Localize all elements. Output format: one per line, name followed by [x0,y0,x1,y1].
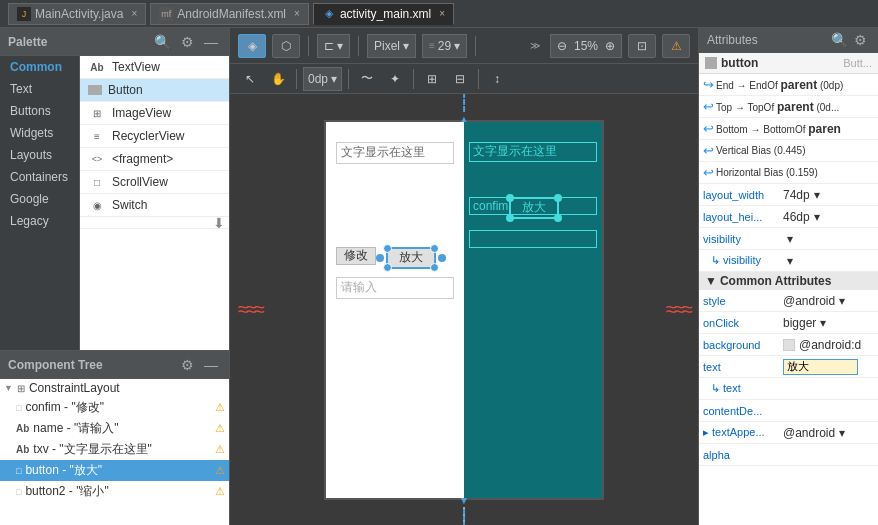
orientation-arrow: ▾ [337,39,343,53]
palette-item-scrollview-label: ScrollView [112,175,168,189]
palette-minimize-icon[interactable]: — [201,34,221,50]
category-legacy[interactable]: Legacy [0,210,79,232]
resize-handle[interactable]: ⋮ [455,503,473,525]
category-widgets[interactable]: Widgets [0,122,79,144]
tree-button[interactable]: □ button - "放大" ⚠ [0,460,229,481]
enlarge-button-widget[interactable]: 放大 [386,247,436,269]
tree-expand-icon: ▼ [4,383,13,393]
design-canvas[interactable]: ≈≈≈ ▲ ▼ 文字 [230,94,698,525]
textview-widget[interactable]: 文字显示在这里 [336,142,454,164]
attr-style-value[interactable]: @android ▾ [783,294,874,308]
confim-button-widget[interactable]: 修改 [336,247,376,265]
tree-confim[interactable]: □ confim - "修改" ⚠ [0,397,229,418]
input-widget[interactable]: 请输入 [336,277,454,299]
attr-search-icon[interactable]: 🔍 [828,32,851,48]
attr-settings-icon[interactable]: ⚙ [851,32,870,48]
tree-constraint-layout[interactable]: ▼ ⊞ ConstraintLayout [0,379,229,397]
tree-txv[interactable]: Ab txv - "文字显示在这里" ⚠ [0,439,229,460]
tree-name-label: name - "请输入" [33,420,118,437]
tab-main-activity-close[interactable]: × [131,8,137,19]
category-containers[interactable]: Containers [0,166,79,188]
tree-constraint-layout-label: ConstraintLayout [29,381,120,395]
attr-onclick-value: bigger ▾ [783,316,874,330]
zoom-out-icon[interactable]: ⊖ [557,39,567,53]
attr-component-icon [705,57,717,69]
design-icon: ◈ [248,39,257,53]
tab-activity-close[interactable]: × [439,8,445,19]
attr-horiz-bias: ↩ Horizontal Bias (0.159) [699,162,878,184]
category-text[interactable]: Text [0,78,79,100]
attr-visibility2-icon: ↳ visibility [703,254,783,267]
tree-button2[interactable]: □ button2 - "缩小" ⚠ [0,481,229,502]
zoom-in-icon[interactable]: ⊕ [605,39,615,53]
palette-download-icon[interactable]: ⬇ [213,215,225,231]
palette-item-button[interactable]: Button [80,79,229,102]
palette-settings-icon[interactable]: ⚙ [178,34,197,50]
tab-activity-main[interactable]: ◈ activity_main.xml × [313,3,454,25]
tab-manifest-close[interactable]: × [294,8,300,19]
expand-btn[interactable]: ↕ [485,68,509,90]
hand-btn[interactable]: ✋ [266,68,290,90]
sep3 [475,36,476,56]
design-mode-btn[interactable]: ◈ [238,34,266,58]
attr-alpha-name: alpha [703,449,783,461]
api-label: 29 [438,39,451,53]
comp-tree-settings-icon[interactable]: ⚙ [178,357,197,373]
attr-visibility-dropdown[interactable]: ▾ [787,232,793,246]
dp-input[interactable]: 0dp ▾ [303,67,342,91]
orientation-btn[interactable]: ⊏ ▾ [317,34,350,58]
attr-onclick-dropdown[interactable]: ▾ [820,316,826,330]
attr-content: button Butt... ↪ End → EndOf parent (0dp… [699,53,878,525]
warning-icon[interactable]: ⚠ [662,34,690,58]
textview-content: 文字显示在这里 [341,144,425,161]
magic-btn[interactable]: ✦ [383,68,407,90]
constraints-btn[interactable]: ⊟ [448,68,472,90]
tree-name[interactable]: Ab name - "请输入" ⚠ [0,418,229,439]
blueprint-btn[interactable]: ⬡ [272,34,300,58]
device-split-view: 文字显示在这里 请输入 修改 放大 [326,122,602,498]
grid-btn[interactable]: ⊞ [420,68,444,90]
palette-item-switch[interactable]: ◉ Switch [80,194,229,217]
device-dropdown[interactable]: Pixel ▾ [367,34,416,58]
attr-layout-height-dropdown[interactable]: ▾ [814,210,820,224]
fit-icon[interactable]: ⊡ [628,34,656,58]
attr-background-value[interactable]: @android:d [783,338,874,352]
bp-textview: 文字显示在这里 [469,142,597,162]
attr-text-appear-value[interactable]: @android ▾ [783,426,874,440]
comp-tree-minimize-icon[interactable]: — [201,357,221,373]
attr-text: text 放大 [699,356,878,378]
animate-btn[interactable]: 〜 [355,68,379,90]
palette-search-icon[interactable]: 🔍 [151,34,174,50]
palette-item-recyclerview[interactable]: ≡ RecyclerView [80,125,229,148]
handle-bl [383,263,392,272]
attr-text2: ↳ text [699,378,878,400]
attr-text-input[interactable]: 放大 [783,359,858,375]
attr-layout-width-name: layout_width [703,189,783,201]
cursor-btn[interactable]: ↖ [238,68,262,90]
category-buttons[interactable]: Buttons [0,100,79,122]
attr-visibility-value: ▾ [783,232,874,246]
palette-item-textview[interactable]: Ab TextView [80,56,229,79]
api-dropdown[interactable]: ≡ 29 ▾ [422,34,467,58]
attr-component-name: button Butt... [699,53,878,74]
tree-txv-warn: ⚠ [215,443,225,456]
attr-layout-width: layout_width 74dp ▾ [699,184,878,206]
sep4 [296,69,297,89]
main-toolbar: ◈ ⬡ ⊏ ▾ Pixel ▾ ≡ 29 ▾ ≫ [230,28,698,64]
palette-item-scrollview[interactable]: □ ScrollView [80,171,229,194]
api-icon: ≡ [429,40,435,51]
tab-android-manifest[interactable]: mf AndroidManifest.xml × [150,3,309,25]
category-common[interactable]: Common [0,56,79,78]
palette-item-fragment[interactable]: <> <fragment> [80,148,229,171]
bp-input [469,230,597,248]
tab-main-activity[interactable]: J MainActivity.java × [8,3,146,25]
bp-handle-tl [506,194,514,202]
zoom-controls[interactable]: ⊖ 15% ⊕ [550,34,622,58]
palette-item-imageview[interactable]: ⊞ ImageView [80,102,229,125]
attr-layout-width-dropdown[interactable]: ▾ [814,188,820,202]
category-layouts[interactable]: Layouts [0,144,79,166]
more-icon[interactable]: ≫ [530,40,540,51]
sep5 [348,69,349,89]
attr-visibility2-dropdown[interactable]: ▾ [787,254,793,268]
category-google[interactable]: Google [0,188,79,210]
